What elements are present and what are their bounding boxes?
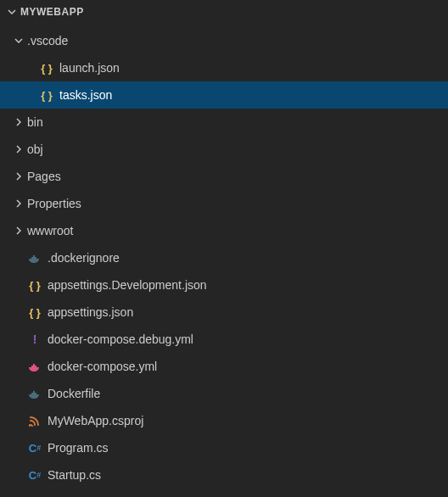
yaml-icon: !	[27, 332, 42, 346]
chevron-right-icon	[12, 197, 25, 210]
file-label: Dockerfile	[48, 387, 100, 400]
file-compose[interactable]: docker-compose.yml	[0, 353, 448, 380]
file-dockerignore[interactable]: .dockerignore	[0, 244, 448, 271]
folder-pages[interactable]: Pages	[0, 163, 448, 190]
folder-label: Properties	[27, 197, 81, 210]
twist-spacer	[24, 88, 37, 102]
explorer-panel-header[interactable]: MYWEBAPP	[0, 0, 448, 24]
twist-spacer	[12, 251, 25, 265]
file-label: appsettings.json	[48, 305, 133, 319]
folder-wwwroot[interactable]: wwwroot	[0, 217, 448, 244]
folder-label: .vscode	[27, 34, 68, 47]
chevron-right-icon	[12, 170, 25, 183]
json-icon: { }	[27, 305, 42, 319]
xml-icon	[27, 414, 42, 427]
file-csproj[interactable]: MyWebApp.csproj	[0, 407, 448, 434]
json-icon: { }	[27, 278, 42, 292]
file-dockerfile[interactable]: Dockerfile	[0, 380, 448, 407]
chevron-right-icon	[12, 115, 25, 129]
file-label: tasks.json	[59, 88, 112, 102]
file-startup-cs[interactable]: C# Startup.cs	[0, 461, 448, 489]
chevron-down-icon	[5, 5, 19, 19]
file-label: .dockerignore	[48, 251, 120, 265]
twist-spacer	[12, 468, 25, 482]
folder-vscode[interactable]: .vscode	[0, 27, 448, 54]
file-label: Program.cs	[48, 441, 109, 455]
file-compose-debug[interactable]: ! docker-compose.debug.yml	[0, 326, 448, 353]
chevron-down-icon	[12, 34, 25, 47]
twist-spacer	[12, 305, 25, 319]
file-label: launch.json	[59, 61, 120, 75]
json-icon: { }	[39, 61, 54, 75]
folder-label: obj	[27, 142, 43, 156]
docker-icon	[27, 251, 42, 265]
file-tree: .vscode { } launch.json { } tasks.json b…	[0, 24, 448, 489]
csharp-icon: C#	[27, 468, 42, 482]
file-appsettings[interactable]: { } appsettings.json	[0, 299, 448, 326]
file-label: Startup.cs	[48, 468, 101, 482]
twist-spacer	[12, 414, 25, 427]
file-appsettings-dev[interactable]: { } appsettings.Development.json	[0, 271, 448, 299]
folder-bin[interactable]: bin	[0, 109, 448, 136]
file-label: docker-compose.yml	[48, 360, 157, 373]
chevron-right-icon	[12, 224, 25, 237]
twist-spacer	[12, 278, 25, 292]
folder-label: wwwroot	[27, 224, 73, 237]
file-tasks-json[interactable]: { } tasks.json	[0, 81, 448, 109]
twist-spacer	[24, 61, 37, 75]
chevron-right-icon	[12, 142, 25, 156]
workspace-title: MYWEBAPP	[20, 6, 84, 18]
file-label: appsettings.Development.json	[48, 278, 207, 292]
csharp-icon: C#	[27, 441, 42, 455]
twist-spacer	[12, 441, 25, 455]
twist-spacer	[12, 387, 25, 400]
twist-spacer	[12, 360, 25, 373]
file-label: MyWebApp.csproj	[48, 414, 143, 427]
json-icon: { }	[39, 88, 54, 102]
folder-label: Pages	[27, 170, 61, 183]
folder-obj[interactable]: obj	[0, 136, 448, 163]
file-launch-json[interactable]: { } launch.json	[0, 54, 448, 81]
file-label: docker-compose.debug.yml	[48, 332, 193, 346]
twist-spacer	[12, 332, 25, 346]
file-program-cs[interactable]: C# Program.cs	[0, 434, 448, 461]
docker-icon	[27, 360, 42, 373]
docker-icon	[27, 387, 42, 400]
folder-label: bin	[27, 115, 43, 129]
folder-properties[interactable]: Properties	[0, 190, 448, 217]
